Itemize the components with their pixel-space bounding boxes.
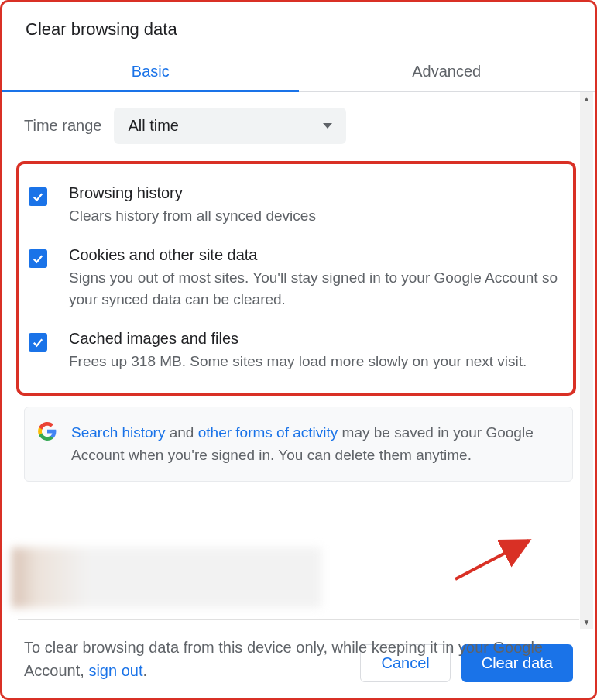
checkbox-browsing-history[interactable]: [29, 187, 47, 206]
scroll-up-icon[interactable]: ▲: [583, 92, 591, 105]
time-range-row: Time range All time: [24, 108, 573, 144]
checkbox-cached[interactable]: [29, 333, 47, 352]
tab-basic[interactable]: Basic: [2, 53, 299, 91]
scroll-down-icon[interactable]: ▼: [583, 616, 591, 629]
dialog-title: Clear browsing data: [2, 2, 595, 53]
scrollbar[interactable]: ▲ ▼: [580, 92, 593, 629]
option-title: Browsing history: [69, 184, 316, 202]
tab-advanced[interactable]: Advanced: [299, 53, 595, 91]
time-range-select[interactable]: All time: [114, 108, 346, 144]
tab-bar: Basic Advanced: [2, 53, 595, 92]
info-text: Search history and other forms of activi…: [71, 421, 560, 467]
option-text: Cached images and files Frees up 318 MB.…: [69, 330, 527, 373]
check-icon: [31, 252, 45, 266]
option-desc: Signs you out of most sites. You'll stay…: [69, 267, 561, 311]
clear-browsing-data-dialog: Clear browsing data Basic Advanced Time …: [2, 2, 595, 698]
check-icon: [31, 335, 45, 349]
check-icon: [31, 190, 45, 204]
blurred-background: [12, 547, 321, 608]
options-highlight-box: Browsing history Clears history from all…: [16, 161, 576, 396]
option-text: Browsing history Clears history from all…: [69, 184, 316, 228]
time-range-label: Time range: [24, 117, 101, 135]
google-g-icon: [37, 421, 57, 445]
divider: [18, 619, 579, 620]
time-range-value: All time: [128, 117, 179, 135]
option-title: Cached images and files: [69, 330, 527, 348]
option-browsing-history: Browsing history Clears history from all…: [22, 175, 567, 237]
option-text: Cookies and other site data Signs you ou…: [69, 246, 561, 311]
search-history-link[interactable]: Search history: [71, 424, 165, 441]
option-title: Cookies and other site data: [69, 246, 561, 264]
chevron-down-icon: [323, 123, 332, 129]
footer-text: To clear browsing data from this device …: [24, 636, 573, 682]
option-desc: Clears history from all synced devices: [69, 205, 316, 228]
option-cookies: Cookies and other site data Signs you ou…: [22, 237, 567, 321]
option-cached: Cached images and files Frees up 318 MB.…: [22, 321, 567, 383]
option-desc: Frees up 318 MB. Some sites may load mor…: [69, 351, 527, 373]
sign-out-link[interactable]: sign out: [88, 662, 142, 679]
other-activity-link[interactable]: other forms of activity: [198, 424, 338, 441]
google-account-info-box: Search history and other forms of activi…: [24, 407, 573, 482]
checkbox-cookies[interactable]: [29, 249, 47, 268]
